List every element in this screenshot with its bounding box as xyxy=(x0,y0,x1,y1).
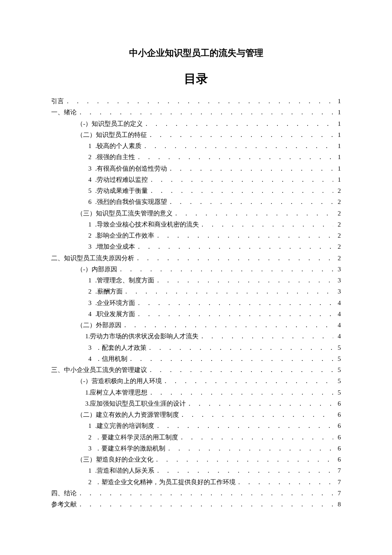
dot-leader xyxy=(137,299,333,308)
toc-entry-page: 1 xyxy=(335,96,341,107)
toc-entry-label: 三、中小企业员工流失的管理建议 xyxy=(51,364,147,375)
toc-entry-number: 4 xyxy=(85,174,95,185)
toc-entry-page: 6 xyxy=(335,443,341,454)
toc-entry-page: 3 xyxy=(335,264,341,275)
toc-entry-page: 4 xyxy=(335,308,341,320)
dot-leader xyxy=(149,131,333,140)
toc-entry-label: .薪酬方面 xyxy=(95,286,123,297)
toc-entry-label: .增加企业成本 xyxy=(95,241,135,252)
dot-leader xyxy=(201,332,333,342)
dot-leader xyxy=(188,399,333,409)
toc-entry: （二）外部原因4 xyxy=(51,320,341,331)
dot-leader xyxy=(167,444,333,454)
dot-leader xyxy=(156,455,333,465)
dot-leader xyxy=(181,410,333,420)
dot-leader xyxy=(201,220,333,230)
dot-leader xyxy=(79,500,333,510)
toc-entry-number: 1 xyxy=(85,140,95,151)
toc-entry-page: 2 xyxy=(335,208,341,219)
toc-entry: （二）知识型员工的特征1 xyxy=(51,129,341,140)
toc-entry-label: .很强的自主性 xyxy=(95,151,135,163)
toc-entry: 5.劳动成果难于衡量2 xyxy=(51,185,341,196)
toc-entry-number: 3 xyxy=(85,297,95,308)
toc-entry: 二、知识型员工流失原因分析2 xyxy=(51,253,341,264)
toc-entry-number: 4 xyxy=(85,353,95,364)
toc-entry: 6.强烈的自我价值实现愿望2 xyxy=(51,196,341,207)
dot-leader xyxy=(79,108,333,118)
toc-entry-page: 2 xyxy=(335,253,341,264)
toc-entry-label: 1.劳动力市场的供求状况会影响人才流失 xyxy=(85,331,199,342)
toc-entry-page: 1 xyxy=(335,107,341,118)
toc-entry: 2．要建立科学灵活的用工制度6 xyxy=(51,432,341,443)
toc-entry: 2．塑造企业文化精神，为员工提供良好的工作环境7 xyxy=(51,477,341,488)
toc-entry: （二）建立有效的人力资源管理制度6 xyxy=(51,409,341,420)
toc-entry-label: 二、知识型员工流失原因分析 xyxy=(51,253,134,264)
toc-entry-label: ．配套的人才政策 xyxy=(95,342,147,353)
dot-leader xyxy=(156,276,333,286)
dot-leader xyxy=(129,355,333,364)
toc-entry-page: 8 xyxy=(335,499,341,510)
toc-entry: 3．要建立科学的激励机制6 xyxy=(51,443,341,454)
toc-entry: 4.劳动过程难以监控1 xyxy=(51,174,341,185)
dot-leader xyxy=(137,242,333,252)
toc-entry-page: 6 xyxy=(335,432,341,443)
dot-leader xyxy=(136,254,333,264)
toc-entry: 3.增加企业成本2 xyxy=(51,241,341,252)
toc-entry-label: 1.应树立人本管理思想 xyxy=(85,387,147,398)
toc-entry-label: .影响企业的工作效率 xyxy=(95,230,155,241)
toc-entry-label: .管理理念、制度方面 xyxy=(95,275,155,286)
toc-entry-label: （三）知识型员工流失管理的意义 xyxy=(77,208,173,219)
toc-entry-label: 引言 xyxy=(51,96,64,107)
toc-entry-label: .企业环境方面 xyxy=(95,297,135,308)
toc-entry: 2.薪酬方面3 xyxy=(51,286,341,297)
toc-entry-label: （二）外部原因 xyxy=(77,320,121,331)
toc-entry-page: 6 xyxy=(335,454,341,465)
toc-entry-label: .建立完善的培训制度 xyxy=(95,420,155,431)
toc-entry: （-）知识型员工的定义1 xyxy=(51,118,341,129)
table-of-contents: 引言1一、绪论1（-）知识型员工的定义1（二）知识型员工的特征11.较高的个人素… xyxy=(51,96,341,510)
dot-leader xyxy=(150,186,333,196)
toc-entry-page: 1 xyxy=(335,151,341,163)
toc-entry-label: .有很高价值的创造性劳动 xyxy=(95,163,167,174)
dot-leader xyxy=(175,209,333,219)
toc-entry-label: 3.应加强知识型员工职业生涯的设计 xyxy=(85,398,186,409)
dot-leader xyxy=(148,343,333,353)
toc-entry-label: ．信用机制 xyxy=(95,353,127,364)
toc-entry-page: 5 xyxy=(335,342,341,353)
dot-leader xyxy=(169,164,333,174)
dot-leader xyxy=(145,119,333,129)
toc-entry-page: 7 xyxy=(335,477,341,488)
toc-entry: 1.较高的个人素质1 xyxy=(51,140,341,151)
toc-entry-label: .职业发展方面 xyxy=(95,308,135,320)
toc-entry: 参考文献8 xyxy=(51,499,341,510)
dot-leader xyxy=(66,97,333,107)
toc-entry-number: 1 xyxy=(85,275,95,286)
toc-entry-label: （三）塑造良好的企业文化 xyxy=(77,454,153,465)
toc-entry-page: 5 xyxy=(335,353,341,364)
dot-leader xyxy=(150,388,333,398)
document-page: 中小企业知识型员工的流失与管理 目录 引言1一、绪论1（-）知识型员工的定义1（… xyxy=(0,0,392,555)
toc-entry: （-）内部原因3 xyxy=(51,264,341,275)
toc-entry-label: .导致企业核心技术和商业机密的流失 xyxy=(95,219,199,230)
dot-leader xyxy=(149,366,333,375)
toc-entry-page: 3 xyxy=(335,275,341,286)
toc-entry-page: 4 xyxy=(335,297,341,308)
toc-entry: （三）知识型员工流失管理的意义2 xyxy=(51,208,341,219)
toc-entry-number: 3 xyxy=(85,163,95,174)
toc-entry-page: 2 xyxy=(335,185,341,196)
toc-entry-page: 6 xyxy=(335,420,341,431)
dot-leader xyxy=(150,175,333,185)
dot-leader xyxy=(169,198,333,207)
toc-entry-page: 7 xyxy=(335,488,341,499)
toc-entry: 1.应树立人本管理思想5 xyxy=(51,387,341,398)
toc-entry-page: 1 xyxy=(335,174,341,185)
toc-entry: 三、中小企业员工流失的管理建议5 xyxy=(51,364,341,375)
toc-entry-label: .营造和谐的人际关系 xyxy=(95,465,155,476)
toc-entry-page: 6 xyxy=(335,409,341,420)
dot-leader xyxy=(79,489,333,499)
toc-entry-page: 2 xyxy=(335,196,341,207)
toc-entry-number: 4 xyxy=(85,308,95,320)
toc-entry-page: 4 xyxy=(335,331,341,342)
toc-entry-label: （二）知识型员工的特征 xyxy=(77,129,147,140)
toc-entry: 4.职业发展方面4 xyxy=(51,308,341,320)
